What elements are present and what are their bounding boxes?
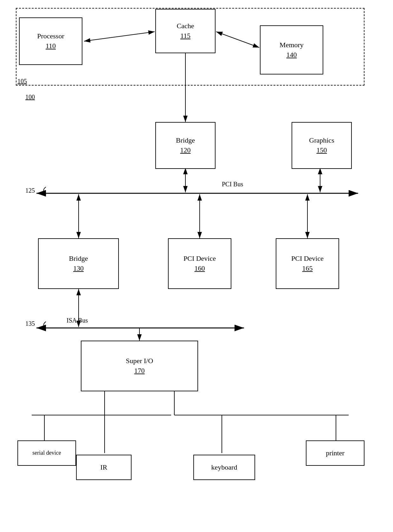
pci-device-165-box: PCI Device 165 (276, 238, 339, 289)
cache-box: Cache 115 (155, 9, 216, 53)
ir-box: IR (76, 455, 132, 480)
printer-box: printer (306, 440, 364, 466)
pci-device-160-box: PCI Device 160 (168, 238, 231, 289)
processor-box: Processor 110 (19, 17, 82, 65)
pci-bus-label: PCI Bus (222, 181, 243, 188)
graphics-box: Graphics 150 (292, 122, 352, 169)
serial-device-box: serial device (17, 440, 76, 466)
super-io-box: Super I/O 170 (81, 341, 198, 391)
bridge-120-box: Bridge 120 (155, 122, 216, 169)
keyboard-box: keyboard (193, 455, 255, 480)
pci-bus-number: 125 (25, 187, 35, 194)
memory-box: Memory 140 (260, 25, 323, 74)
isa-bus-label: ISA Bus (67, 317, 88, 324)
bridge-130-box: Bridge 130 (38, 238, 119, 289)
region-100-label: 100 (25, 93, 35, 101)
region-105-label: 105 (17, 78, 27, 85)
isa-bus-number: 135 (25, 320, 35, 327)
